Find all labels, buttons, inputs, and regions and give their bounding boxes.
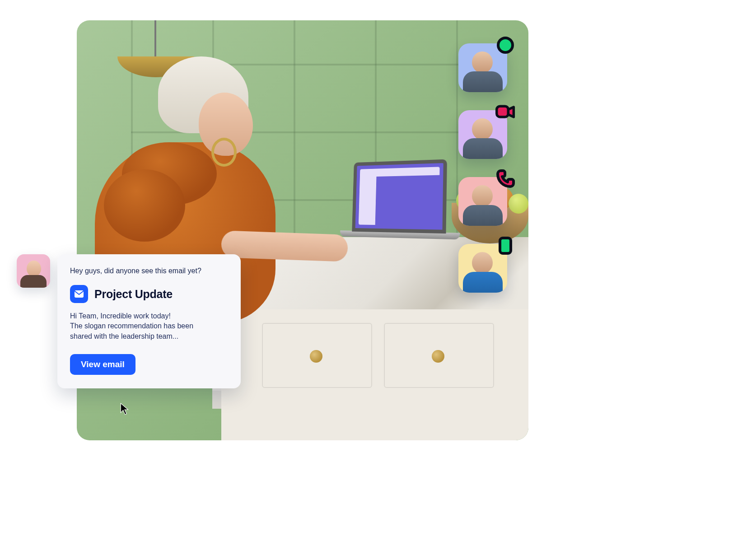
email-preview-card: Hey guys, did anyone see this email yet?… bbox=[57, 254, 241, 388]
laptop-illustration bbox=[351, 159, 461, 253]
drawer-knob bbox=[310, 350, 322, 363]
email-body-preview: Hi Team, Incredible work today! The slog… bbox=[70, 311, 228, 341]
sender-avatar bbox=[17, 254, 50, 288]
status-phone-icon bbox=[495, 169, 515, 189]
status-mobile-icon bbox=[495, 236, 515, 256]
participant-avatar bbox=[458, 110, 507, 159]
view-email-button[interactable]: View email bbox=[70, 354, 135, 375]
svg-rect-1 bbox=[497, 106, 509, 117]
participant-avatar bbox=[458, 177, 507, 226]
drawer-knob bbox=[432, 350, 444, 363]
fruit bbox=[509, 194, 528, 214]
participant-avatar bbox=[458, 43, 507, 92]
status-online-icon bbox=[495, 35, 515, 55]
chat-message-text: Hey guys, did anyone see this email yet? bbox=[70, 267, 228, 275]
status-video-icon bbox=[495, 102, 515, 122]
envelope-icon bbox=[70, 285, 88, 303]
participant-avatar-stack bbox=[458, 43, 507, 293]
cursor-icon bbox=[120, 403, 130, 415]
participant-avatar bbox=[458, 244, 507, 293]
email-subject: Project Update bbox=[94, 288, 173, 301]
